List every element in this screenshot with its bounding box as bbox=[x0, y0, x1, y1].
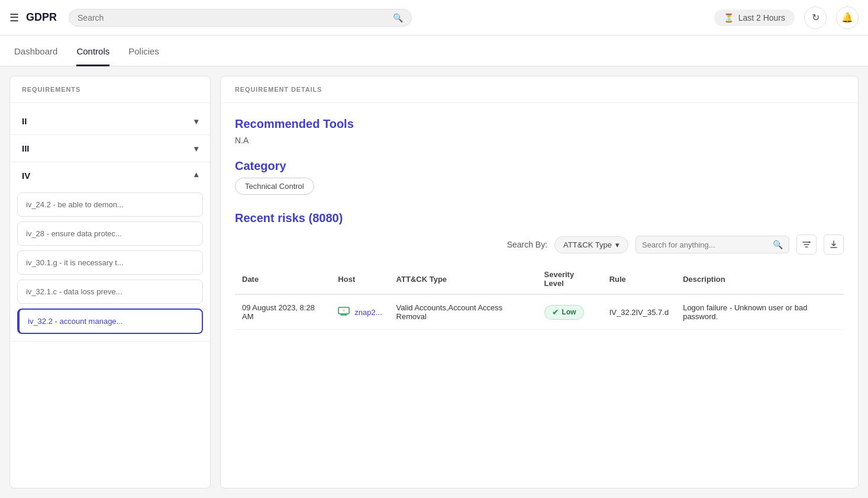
requirement-details-header: REQUIREMENT DETAILS bbox=[221, 76, 858, 103]
req-group-II-header[interactable]: II ▾ bbox=[10, 108, 210, 134]
req-group-III: III ▾ bbox=[10, 135, 210, 162]
row-rule: IV_32.2IV_35.7.d bbox=[602, 294, 676, 330]
req-group-IV-items: iv_24.2 - be able to demon... iv_28 - en… bbox=[10, 189, 210, 341]
host-icon bbox=[338, 307, 350, 318]
risks-table: Date Host ATT&CK Type Severity Level Rul… bbox=[235, 264, 844, 330]
app-header: ☰ GDPR 🔍 ⏳ Last 2 Hours ↻ 🔔 bbox=[0, 0, 868, 36]
recommended-tools-value: N.A bbox=[235, 136, 844, 145]
hourglass-icon: ⏳ bbox=[724, 13, 734, 23]
search-by-chevron-icon: ▾ bbox=[615, 240, 619, 249]
search-by-value: ATT&CK Type bbox=[563, 240, 612, 249]
main-tabs: Dashboard Controls Policies bbox=[0, 36, 868, 66]
req-group-II-label: II bbox=[22, 116, 27, 126]
recommended-tools-title: Recommended Tools bbox=[235, 117, 844, 131]
tab-controls[interactable]: Controls bbox=[76, 38, 109, 66]
risks-search-input[interactable] bbox=[642, 240, 770, 249]
req-group-II-chevron: ▾ bbox=[194, 117, 198, 126]
time-filter-label: Last 2 Hours bbox=[738, 13, 785, 23]
svg-point-0 bbox=[809, 242, 811, 243]
req-group-IV-label: IV bbox=[22, 171, 30, 181]
filter-button[interactable] bbox=[796, 234, 817, 255]
req-item-iv_32_2[interactable]: iv_32.2 - account manage... bbox=[17, 309, 203, 334]
requirement-details-body: Recommended Tools N.A Category Technical… bbox=[221, 103, 858, 488]
time-filter[interactable]: ⏳ Last 2 Hours bbox=[714, 9, 795, 26]
requirement-details-panel: REQUIREMENT DETAILS Recommended Tools N.… bbox=[220, 76, 859, 489]
search-by-label: Search By: bbox=[507, 240, 547, 249]
menu-icon[interactable]: ☰ bbox=[9, 11, 19, 24]
global-search[interactable]: 🔍 bbox=[69, 9, 412, 27]
req-group-IV-chevron: ▾ bbox=[194, 171, 198, 181]
req-group-III-label: III bbox=[22, 143, 30, 153]
recent-risks-title: Recent risks (8080) bbox=[235, 211, 844, 225]
download-button[interactable] bbox=[824, 234, 844, 255]
risks-toolbar: Search By: ATT&CK Type ▾ 🔍 bbox=[235, 234, 844, 255]
req-group-IV: IV ▾ iv_24.2 - be able to demon... iv_28… bbox=[10, 162, 210, 342]
req-item-iv_30_1_g[interactable]: iv_30.1.g - it is necessary t... bbox=[17, 250, 203, 275]
app-logo: GDPR bbox=[26, 11, 57, 24]
req-item-iv_24_2[interactable]: iv_24.2 - be able to demon... bbox=[17, 192, 203, 217]
row-attack-type: Valid Accounts,Account Access Removal bbox=[389, 294, 537, 330]
row-description: Logon failure - Unknown user or bad pass… bbox=[676, 294, 844, 330]
table-row: 09 August 2023, 8:28 AM bbox=[235, 294, 844, 330]
col-description: Description bbox=[676, 264, 844, 294]
row-severity: ✔ Low bbox=[537, 294, 602, 330]
req-group-IV-header[interactable]: IV ▾ bbox=[10, 162, 210, 189]
severity-check-icon: ✔ bbox=[552, 308, 559, 317]
tab-policies[interactable]: Policies bbox=[128, 38, 159, 66]
req-item-iv_32_1_c[interactable]: iv_32.1.c - data loss preve... bbox=[17, 279, 203, 304]
download-icon bbox=[829, 240, 838, 249]
req-group-II: II ▾ bbox=[10, 108, 210, 135]
bell-icon: 🔔 bbox=[841, 12, 853, 23]
category-title: Category bbox=[235, 159, 844, 173]
req-group-III-chevron: ▾ bbox=[194, 144, 198, 153]
row-host: znap2... bbox=[331, 294, 389, 330]
main-layout: REQUIREMENTS II ▾ III ▾ IV ▾ bbox=[0, 66, 868, 498]
tab-dashboard[interactable]: Dashboard bbox=[14, 38, 57, 66]
req-item-iv_28[interactable]: iv_28 - ensure data protec... bbox=[17, 221, 203, 246]
filter-icon bbox=[802, 240, 811, 249]
refresh-button[interactable]: ↻ bbox=[804, 7, 827, 29]
search-icon: 🔍 bbox=[393, 13, 403, 23]
col-severity: Severity Level bbox=[537, 264, 602, 294]
severity-label: Low bbox=[562, 308, 576, 316]
req-group-III-header[interactable]: III ▾ bbox=[10, 135, 210, 162]
col-host: Host bbox=[331, 264, 389, 294]
notifications-button[interactable]: 🔔 bbox=[836, 7, 859, 29]
col-attack-type: ATT&CK Type bbox=[389, 264, 537, 294]
row-host-label: znap2... bbox=[354, 308, 382, 317]
risks-search-icon: 🔍 bbox=[773, 240, 783, 249]
col-rule: Rule bbox=[602, 264, 676, 294]
header-right: ⏳ Last 2 Hours ↻ 🔔 bbox=[714, 7, 859, 29]
risks-search[interactable]: 🔍 bbox=[635, 236, 789, 253]
severity-badge: ✔ Low bbox=[544, 305, 584, 320]
requirements-panel: REQUIREMENTS II ▾ III ▾ IV ▾ bbox=[9, 76, 211, 489]
search-by-select[interactable]: ATT&CK Type ▾ bbox=[554, 236, 628, 253]
col-date: Date bbox=[235, 264, 331, 294]
refresh-icon: ↻ bbox=[812, 12, 819, 23]
category-tag: Technical Control bbox=[235, 178, 314, 195]
requirements-header: REQUIREMENTS bbox=[10, 76, 210, 103]
requirements-body: II ▾ III ▾ IV ▾ iv_24.2 - be able to dem… bbox=[10, 103, 210, 488]
svg-point-2 bbox=[343, 309, 345, 311]
search-input[interactable] bbox=[78, 13, 391, 23]
row-date: 09 August 2023, 8:28 AM bbox=[235, 294, 331, 330]
